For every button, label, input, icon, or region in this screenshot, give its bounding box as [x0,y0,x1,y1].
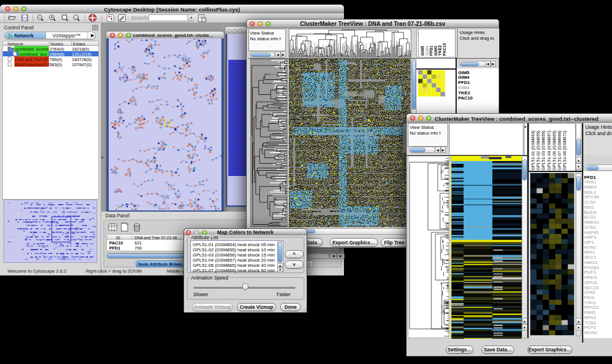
svg-text:1:1: 1:1 [74,16,78,19]
